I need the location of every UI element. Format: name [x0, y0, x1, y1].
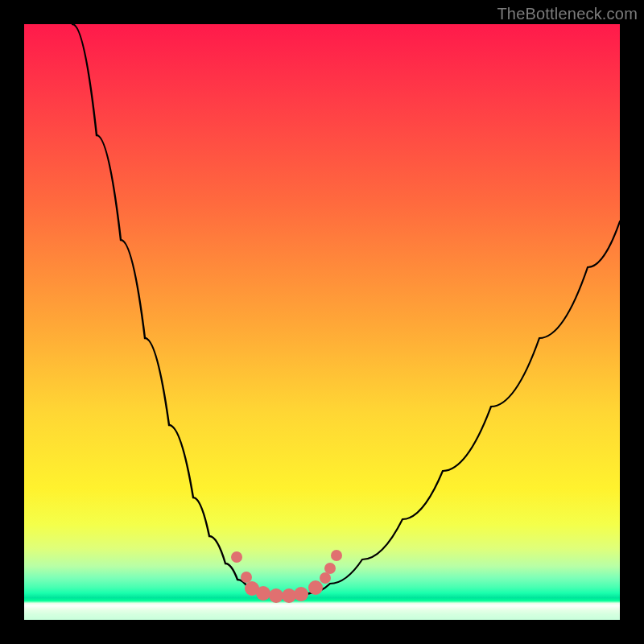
- data-point: [241, 572, 252, 583]
- curve-layer: [24, 24, 620, 620]
- data-point: [320, 572, 331, 584]
- data-point: [231, 551, 242, 563]
- bottleneck-curve: [72, 24, 620, 596]
- data-point: [324, 563, 336, 574]
- data-point: [269, 588, 283, 603]
- data-markers: [231, 550, 342, 603]
- left-branch: [72, 24, 254, 592]
- data-point: [331, 550, 342, 561]
- data-point: [256, 586, 270, 601]
- plot-area: [24, 24, 620, 620]
- data-point: [308, 580, 323, 595]
- data-point: [294, 587, 308, 601]
- watermark-text: TheBottleneck.com: [497, 5, 638, 23]
- chart-frame: TheBottleneck.com: [0, 0, 644, 644]
- right-branch: [310, 221, 620, 593]
